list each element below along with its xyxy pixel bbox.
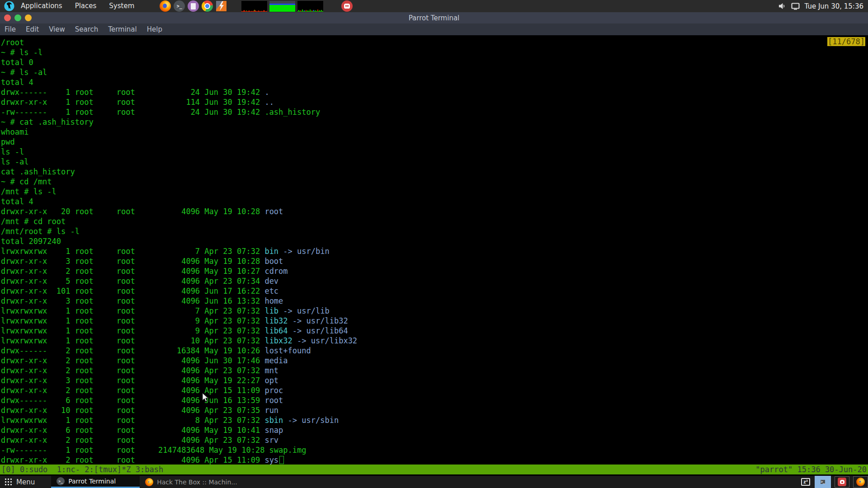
terminal-line: ~ # ls -l: [1, 47, 868, 57]
terminal-text: -rw------- 1 root root 2147483648 May 19…: [1, 446, 307, 455]
burpsuite-icon[interactable]: [216, 0, 227, 12]
menu-system[interactable]: System: [103, 0, 141, 12]
memory-used-band: [269, 5, 295, 12]
menu-search[interactable]: Search: [70, 25, 104, 33]
directory-name: sys: [264, 455, 278, 465]
directory-name: -> usr/lib: [278, 306, 330, 315]
display-icon[interactable]: [791, 3, 800, 10]
cpu-graph[interactable]: [241, 1, 267, 12]
taskbar-menu-button[interactable]: Menu: [0, 476, 41, 488]
terminal-line: total 2097240: [1, 236, 868, 246]
ghost-icon: [838, 478, 846, 486]
parrot-logo-icon[interactable]: [4, 1, 14, 11]
memory-graph[interactable]: [269, 1, 295, 12]
terminal-text: lrwxrwxrwx 1 root root 7 Apr 23 07:32: [1, 247, 264, 256]
terminal-line: cat .ash_history: [1, 167, 868, 177]
terminal-line: drwx------ 2 root root 16384 May 19 10:2…: [1, 346, 868, 356]
terminal-line: drwxr-xr-x 2 root root 4096 Apr 23 07:32…: [1, 366, 868, 375]
menu-terminal[interactable]: Terminal: [103, 25, 142, 33]
volume-icon[interactable]: [778, 2, 786, 10]
symlink-name: lib: [264, 306, 278, 315]
terminal-text: lrwxrwxrwx 1 root root 7 Apr 23 07:32: [1, 306, 264, 315]
terminal-line: ls -l: [1, 147, 868, 157]
terminal-line: -rw------- 1 root root 24 Jun 30 19:42 .…: [1, 107, 868, 117]
firefox-window-button[interactable]: [853, 476, 868, 488]
directory-name: snap: [264, 426, 283, 435]
task-parrot-terminal[interactable]: >_ Parrot Terminal: [51, 476, 140, 488]
tmux-window-list: [0] 0:sudo 1:nc- 2:[tmux]*Z 3:bash: [1, 465, 163, 474]
terminal-line: drwxr-xr-x 6 root root 4096 May 19 10:41…: [1, 425, 868, 435]
task-hack-the-box[interactable]: Hack The Box :: Machin...: [140, 476, 261, 488]
terminal-line: lrwxrwxrwx 1 root root 9 Apr 23 07:32 li…: [1, 326, 868, 336]
terminal-line: drwxr-xr-x 1 root root 114 Jun 30 19:42 …: [1, 97, 868, 107]
terminal-line: drwx------ 6 root root 4096 Jun 16 13:59…: [1, 395, 868, 405]
terminal-line: /root: [1, 38, 868, 47]
directory-name: cdrom: [264, 267, 288, 276]
firefox-icon: [856, 478, 865, 486]
firefox-icon[interactable]: [160, 0, 171, 12]
system-monitors: [241, 1, 323, 12]
documents-icon[interactable]: [188, 0, 199, 12]
clock[interactable]: Tue Jun 30, 15:36: [805, 2, 863, 10]
terminal-text: drwxr-xr-x 5 root root 4096 Apr 23 07:34: [1, 277, 264, 286]
terminal-icon: >_: [57, 477, 65, 485]
menu-view[interactable]: View: [44, 25, 70, 33]
terminal-line: ~ # cd /mnt: [1, 177, 868, 187]
ghost-window-button[interactable]: [835, 476, 849, 488]
taskbar-menu-label: Menu: [16, 478, 35, 486]
menu-places[interactable]: Places: [69, 0, 103, 12]
symlink-name: sbin: [264, 416, 283, 425]
document-sheet: [191, 3, 196, 9]
terminal-icon[interactable]: >_: [174, 0, 185, 12]
directory-name: run: [264, 406, 278, 415]
ghost-face-glyph: [344, 4, 350, 9]
terminal-text: ~ # cat .ash_history: [1, 117, 94, 127]
notification-icon[interactable]: [341, 0, 353, 12]
network-graph[interactable]: [297, 1, 323, 12]
terminal-text: drwxr-xr-x 2 root root 4096 Apr 23 07:32: [1, 366, 264, 375]
terminal-line: lrwxrwxrwx 1 root root 8 Apr 23 07:32 sb…: [1, 415, 868, 425]
terminal-line: -rw------- 1 root root 2147483648 May 19…: [1, 445, 868, 455]
terminal-line: lrwxrwxrwx 1 root root 7 Apr 23 07:32 bi…: [1, 246, 868, 256]
terminal-text: ~ # ls -al: [1, 68, 47, 77]
terminal-text: drwxr-xr-x 3 root root 4096 Jun 16 13:32: [1, 296, 264, 305]
terminal-text: lrwxrwxrwx 1 root root 8 Apr 23 07:32: [1, 416, 264, 425]
terminal-line: drwxr-xr-x 2 root root 4096 Apr 15 11:09…: [1, 455, 868, 465]
terminal-text: drwxr-xr-x 10 root root 4096 Apr 23 07:3…: [1, 406, 264, 415]
window-title: Parrot Terminal: [0, 14, 868, 22]
directory-name: ..: [264, 98, 274, 107]
directory-name: -> usr/sbin: [283, 416, 339, 425]
terminal-text: drwxr-xr-x 3 root root 4096 May 19 10:28: [1, 257, 264, 266]
terminal-text: total 2097240: [1, 237, 61, 246]
terminal-text: drwxr-xr-x 2 root root 4096 Jun 30 17:46: [1, 356, 264, 365]
directory-name: mnt: [264, 366, 278, 375]
menu-edit[interactable]: Edit: [21, 25, 44, 33]
symlink-name: libx32: [264, 336, 292, 345]
directory-name: root: [264, 207, 283, 216]
launcher-icons: >_: [160, 0, 227, 12]
grid-menu-icon: [5, 478, 12, 486]
window-titlebar: Parrot Terminal: [0, 12, 868, 23]
directory-name: proc: [264, 386, 283, 395]
terminal-line: drwxr-xr-x 20 root root 4096 May 19 10:2…: [1, 206, 868, 216]
menu-applications[interactable]: Applications: [14, 0, 69, 12]
workspace-pager-icon[interactable]: z²: [801, 478, 810, 486]
menu-file[interactable]: File: [0, 25, 21, 33]
terminal-line: /mnt/root # ls -l: [1, 226, 868, 236]
menu-help[interactable]: Help: [142, 25, 167, 33]
mouse-cursor: [202, 393, 209, 402]
terminal-line: pwd: [1, 137, 868, 147]
terminal-window-button[interactable]: >_: [815, 476, 831, 488]
terminal-text: lrwxrwxrwx 1 root root 10 Apr 23 07:32: [1, 336, 264, 345]
chrome-icon[interactable]: [202, 0, 213, 12]
terminal-line: /mnt # cd root: [1, 216, 868, 226]
directory-name: boot: [264, 257, 283, 266]
directory-name: opt: [264, 376, 278, 385]
terminal-line: drwxr-xr-x 2 root root 4096 May 19 10:27…: [1, 266, 868, 276]
terminal-line: total 4: [1, 197, 868, 206]
terminal-content[interactable]: /root~ # ls -ltotal 0~ # ls -altotal 4dr…: [0, 35, 868, 465]
tmux-session-info: "parrot" 15:36 30-Jun-20: [755, 465, 867, 474]
directory-name: -> usr/bin: [278, 247, 330, 256]
directory-name: dev: [264, 277, 278, 286]
window-selector-tray: z² >_: [801, 476, 868, 488]
